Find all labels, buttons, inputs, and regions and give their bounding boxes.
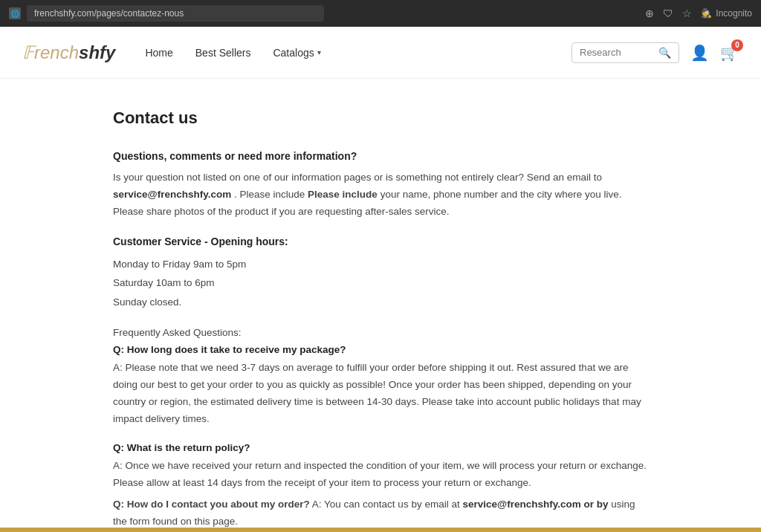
nav-right: 🔍 👤 🛒 0 (571, 42, 739, 63)
cart-icon[interactable]: 🛒 0 (720, 44, 739, 62)
main-content: Contact us Questions, comments or need m… (98, 79, 663, 532)
contact-email[interactable]: service@frenchshfy.com (113, 189, 231, 200)
nav-links: Home Best Sellers Catalogs ▾ (145, 47, 571, 59)
search-icon: 🔍 (658, 47, 671, 59)
faq-question-1: Q: How long does it take to receive my p… (113, 344, 648, 355)
star-icon[interactable]: ☆ (682, 7, 692, 19)
faq-email-link[interactable]: service@frenchshfy.com or by (462, 499, 611, 510)
browser-actions: ⊕ 🛡 ☆ 🕵 Incognito (645, 7, 752, 19)
hours-sunday: Sunday closed. (113, 293, 648, 312)
faq-answer-2: A: Once we have received your return and… (113, 458, 648, 492)
browser-chrome: 🌐 frenchshfy.com/pages/contactez-nous ⊕ … (0, 0, 761, 27)
intro-heading: Questions, comments or need more informa… (113, 150, 648, 162)
hours-block: Monday to Friday 9am to 5pm Saturday 10a… (113, 255, 648, 312)
faq-label: Frequently Asked Questions: (113, 327, 648, 338)
footer-bar (0, 528, 761, 532)
account-icon[interactable]: 👤 (690, 44, 709, 62)
logo-french: 𝔽rench (22, 42, 79, 62)
faq-item-2: Q: What is the return policy? A: Once we… (113, 442, 648, 531)
incognito-indicator: 🕵 Incognito (701, 8, 752, 19)
hours-saturday: Saturday 10am to 6pm (113, 273, 648, 293)
nav-home[interactable]: Home (145, 47, 172, 59)
faq-question-2: Q: What is the return policy? (113, 442, 648, 453)
faq-item-1: Q: How long does it take to receive my p… (113, 344, 648, 428)
page-title: Contact us (113, 108, 648, 128)
intro-paragraph: Is your question not listed on one of ou… (113, 169, 648, 221)
browser-url[interactable]: frenchshfy.com/pages/contactez-nous (27, 5, 324, 22)
please-include-label: Please include (308, 189, 378, 200)
faq-answer-1: A: Please note that we need 3-7 days on … (113, 360, 648, 428)
cart-badge: 0 (731, 39, 743, 51)
search-input[interactable] (580, 47, 654, 58)
browser-tab: 🌐 frenchshfy.com/pages/contactez-nous (9, 5, 638, 22)
hours-heading: Customer Service - Opening hours: (113, 236, 648, 247)
logo-shfy: shfy (79, 42, 115, 62)
nav-catalogs[interactable]: Catalogs ▾ (273, 47, 320, 59)
search-box[interactable]: 🔍 (571, 42, 679, 63)
nav-best-sellers[interactable]: Best Sellers (195, 47, 251, 59)
translate-icon[interactable]: ⊕ (645, 7, 654, 19)
shield-icon[interactable]: 🛡 (663, 7, 673, 19)
hours-monday: Monday to Friday 9am to 5pm (113, 255, 648, 274)
chevron-down-icon: ▾ (317, 48, 321, 56)
browser-favicon: 🌐 (9, 7, 21, 19)
navbar: 𝔽renchshfy Home Best Sellers Catalogs ▾ … (0, 27, 761, 79)
logo[interactable]: 𝔽renchshfy (22, 42, 115, 63)
faq-answer-2-continued: Q: How do I contact you about my order? … (113, 496, 648, 531)
